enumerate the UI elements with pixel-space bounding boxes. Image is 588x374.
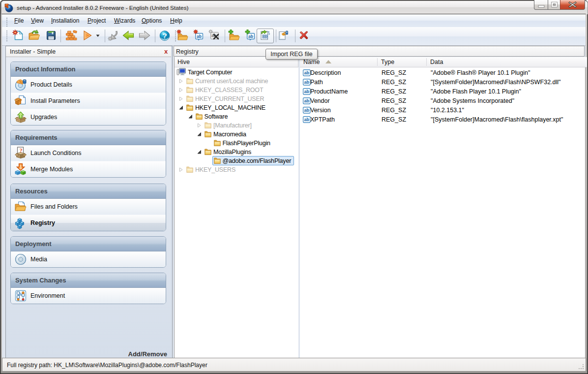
svg-text:ab: ab: [304, 108, 310, 113]
svg-text:?: ?: [162, 31, 167, 40]
svg-text:ab: ab: [304, 98, 310, 103]
svg-text:ab: ab: [197, 34, 202, 39]
svg-text:ab: ab: [304, 117, 310, 122]
svg-text:ab: ab: [304, 70, 310, 75]
svg-text:ab: ab: [248, 34, 253, 39]
svg-text:ab: ab: [304, 80, 310, 85]
svg-text:ab: ab: [304, 89, 310, 94]
